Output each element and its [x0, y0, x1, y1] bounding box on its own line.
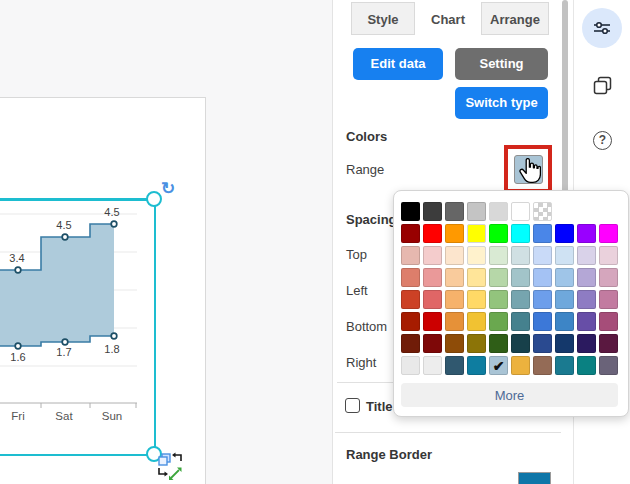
palette-swatch[interactable] [555, 224, 574, 243]
palette-swatch[interactable] [511, 312, 530, 331]
tab-arrange[interactable]: Arrange [481, 2, 549, 35]
palette-swatch[interactable] [533, 290, 552, 309]
palette-swatch[interactable] [401, 312, 420, 331]
palette-swatch[interactable] [555, 334, 574, 353]
palette-swatch[interactable] [467, 268, 486, 287]
palette-swatch[interactable] [599, 356, 618, 375]
palette-swatch[interactable] [467, 334, 486, 353]
palette-swatch[interactable] [489, 202, 508, 221]
range-border-color-swatch[interactable] [518, 472, 551, 484]
palette-swatch[interactable] [577, 224, 596, 243]
palette-swatch[interactable] [533, 312, 552, 331]
title-checkbox[interactable] [345, 398, 360, 413]
palette-swatch[interactable] [577, 334, 596, 353]
connect-arrow-icon[interactable] [172, 453, 181, 462]
move-arrow-icon[interactable] [159, 468, 168, 477]
tab-style[interactable]: Style [351, 2, 415, 35]
palette-swatch[interactable] [533, 334, 552, 353]
palette-swatch[interactable] [599, 312, 618, 331]
palette-swatch[interactable] [599, 290, 618, 309]
palette-swatch[interactable] [445, 312, 464, 331]
palette-swatch[interactable] [555, 246, 574, 265]
palette-swatch[interactable] [401, 290, 420, 309]
palette-swatch[interactable] [489, 312, 508, 331]
palette-swatch[interactable] [511, 202, 530, 221]
palette-swatch[interactable] [555, 312, 574, 331]
step-area-chart[interactable]: 3.4 4.5 4.5 1.6 1.7 1.8 Fri Sat Sun [0, 205, 140, 427]
palette-swatch[interactable] [599, 334, 618, 353]
selection-border-bottom[interactable] [0, 454, 156, 457]
palette-swatch[interactable] [511, 224, 530, 243]
palette-swatch[interactable] [423, 202, 442, 221]
palette-swatch[interactable] [555, 268, 574, 287]
format-settings-button[interactable] [582, 8, 622, 48]
palette-swatch[interactable] [467, 202, 486, 221]
palette-swatch[interactable] [445, 224, 464, 243]
palette-swatch[interactable] [423, 268, 442, 287]
palette-swatch[interactable]: ✔ [489, 356, 508, 375]
palette-swatch[interactable] [467, 246, 486, 265]
palette-swatch[interactable] [555, 290, 574, 309]
palette-swatch[interactable] [599, 224, 618, 243]
rotate-handle-icon[interactable]: ↻ [161, 178, 175, 199]
palette-swatch[interactable] [555, 356, 574, 375]
palette-swatch[interactable] [445, 334, 464, 353]
palette-swatch[interactable] [511, 290, 530, 309]
palette-swatch[interactable] [533, 246, 552, 265]
palette-swatch[interactable] [599, 268, 618, 287]
help-button[interactable]: ? [593, 131, 612, 150]
palette-swatch[interactable] [401, 334, 420, 353]
copy-pages-button[interactable] [593, 76, 612, 95]
palette-swatch[interactable] [401, 224, 420, 243]
selection-handle-top-right[interactable] [146, 191, 162, 207]
palette-swatch[interactable] [511, 268, 530, 287]
setting-button[interactable]: Setting [455, 48, 548, 80]
palette-swatch[interactable] [533, 356, 552, 375]
switch-type-button[interactable]: Switch type [455, 87, 548, 119]
duplicate-icon[interactable] [159, 454, 170, 465]
palette-swatch[interactable] [489, 246, 508, 265]
palette-swatch[interactable] [401, 246, 420, 265]
palette-swatch[interactable] [577, 312, 596, 331]
palette-swatch[interactable] [401, 202, 420, 221]
resize-diagonal-icon[interactable] [169, 468, 182, 481]
palette-swatch[interactable] [423, 356, 442, 375]
palette-swatch[interactable] [423, 334, 442, 353]
panel-scrollbar-thumb[interactable] [562, 0, 568, 205]
palette-swatch[interactable] [533, 202, 552, 221]
palette-swatch[interactable] [511, 356, 530, 375]
palette-swatch[interactable] [577, 290, 596, 309]
palette-swatch[interactable] [489, 268, 508, 287]
more-colors-button[interactable]: More [401, 383, 618, 407]
palette-swatch[interactable] [599, 246, 618, 265]
palette-swatch[interactable] [511, 246, 530, 265]
palette-swatch[interactable] [511, 334, 530, 353]
tab-chart[interactable]: Chart [415, 2, 481, 35]
palette-swatch[interactable] [445, 290, 464, 309]
edit-data-button[interactable]: Edit data [353, 48, 443, 80]
palette-swatch[interactable] [489, 334, 508, 353]
palette-swatch[interactable] [423, 224, 442, 243]
palette-swatch[interactable] [489, 290, 508, 309]
palette-swatch[interactable] [401, 268, 420, 287]
palette-swatch[interactable] [533, 224, 552, 243]
palette-swatch[interactable] [423, 246, 442, 265]
palette-swatch[interactable] [401, 356, 420, 375]
palette-swatch[interactable] [577, 268, 596, 287]
palette-swatch[interactable] [467, 356, 486, 375]
palette-swatch[interactable] [467, 290, 486, 309]
palette-swatch[interactable] [445, 356, 464, 375]
palette-swatch[interactable] [423, 290, 442, 309]
palette-swatch[interactable] [445, 246, 464, 265]
palette-swatch[interactable] [489, 224, 508, 243]
palette-swatch[interactable] [533, 268, 552, 287]
palette-swatch[interactable] [467, 224, 486, 243]
selection-border-top[interactable] [0, 198, 156, 201]
palette-swatch[interactable] [445, 202, 464, 221]
selection-border-right[interactable] [154, 198, 157, 456]
palette-swatch[interactable] [577, 246, 596, 265]
selection-context-icons[interactable] [157, 452, 183, 480]
palette-swatch[interactable] [467, 312, 486, 331]
palette-swatch[interactable] [445, 268, 464, 287]
palette-swatch[interactable] [577, 356, 596, 375]
